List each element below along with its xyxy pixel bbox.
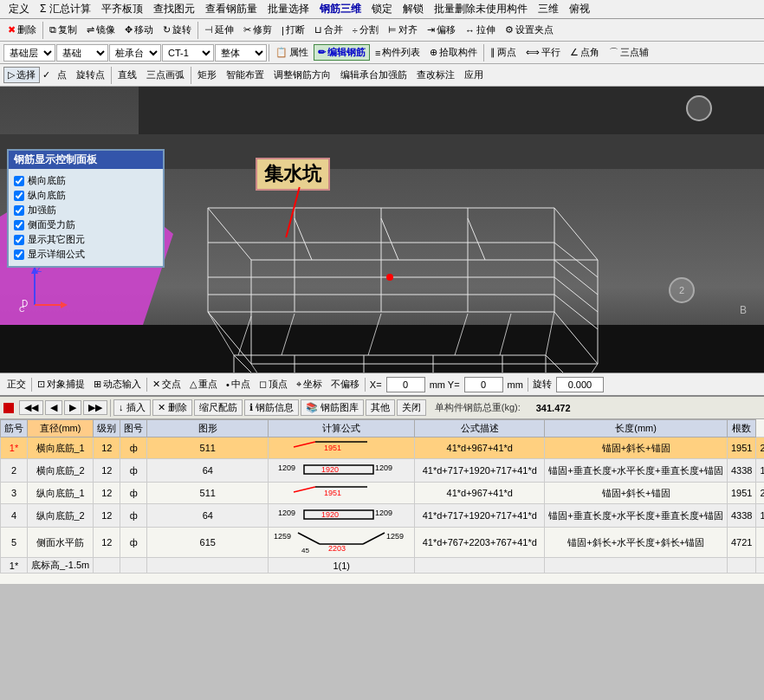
btn-offset[interactable]: ⇥ 偏移 xyxy=(423,22,460,38)
menu-find-element[interactable]: 查找图元 xyxy=(148,1,200,17)
btn-delete[interactable]: ✖ 删除 xyxy=(3,22,41,38)
btn-copy[interactable]: ⧉ 复制 xyxy=(45,22,81,38)
btn-three-point[interactable]: ⌒ 三点辅 xyxy=(605,44,653,61)
cell-count: 22 xyxy=(756,483,764,504)
menu-lock[interactable]: 锁定 xyxy=(366,1,398,17)
btn-component-list[interactable]: ≡ 构件列表 xyxy=(371,44,424,61)
menu-define[interactable]: 定义 xyxy=(3,1,35,17)
btn-point[interactable]: 点 xyxy=(53,67,71,83)
btn-smart-layout[interactable]: 智能布置 xyxy=(222,67,269,83)
floor-combo[interactable]: 基础层 xyxy=(3,44,55,62)
btn-set-grip[interactable]: ⚙ 设置夹点 xyxy=(501,22,558,38)
btn-arc[interactable]: 三点画弧 xyxy=(142,67,189,83)
btn-split[interactable]: ÷ 分割 xyxy=(348,22,383,38)
btn-rect[interactable]: 矩形 xyxy=(193,67,221,83)
label-jishui: 集水坑 xyxy=(256,158,330,191)
viewport-3d[interactable]: 集水坑 xyxy=(0,87,764,373)
table-row[interactable]: 3 纵向底筋_1 12 ф 511 1951 41*d+967+41*d 锚固+… xyxy=(1,483,765,504)
btn-close-panel[interactable]: 关闭 xyxy=(397,399,426,416)
btn-break[interactable]: | 打断 xyxy=(277,22,309,38)
svg-line-17 xyxy=(554,277,598,312)
cell-diam: 12 xyxy=(94,528,120,558)
btn-trim[interactable]: ✂ 修剪 xyxy=(239,22,276,38)
btn-mirror[interactable]: ⇌ 镜像 xyxy=(82,22,120,38)
table-row[interactable]: 2 横向底筋_2 12 ф 64 1209 1920 1209 41*d+717… xyxy=(1,459,765,483)
btn-nav-next[interactable]: ▶ xyxy=(64,400,81,415)
menu-top-view[interactable]: 俯视 xyxy=(564,1,595,17)
checkbox-side-rebar[interactable]: 侧面受力筋 xyxy=(14,218,158,231)
btn-point-angle[interactable]: ∠ 点角 xyxy=(566,44,604,61)
mode-combo[interactable]: 整体 xyxy=(215,44,267,62)
btn-intersection[interactable]: ✕ 交点 xyxy=(149,376,185,392)
menu-batch-delete[interactable]: 批量删除未使用构件 xyxy=(429,1,533,17)
table-row[interactable]: 5 侧面水平筋 12 ф 615 1259 2203 1259 45 xyxy=(1,528,765,558)
btn-line[interactable]: 直线 xyxy=(113,67,141,83)
rotate-input[interactable] xyxy=(556,377,604,392)
btn-select[interactable]: ▷ 选择 xyxy=(3,67,40,83)
btn-scale-rebar[interactable]: 缩尺配筋 xyxy=(194,399,243,416)
btn-property[interactable]: 📋 属性 xyxy=(271,44,313,61)
btn-pick-component[interactable]: ⊕ 拾取构件 xyxy=(425,44,482,61)
table-row[interactable]: 4 纵向底筋_2 12 ф 64 1209 1920 1209 41*d+717… xyxy=(1,504,765,528)
cell-shape: 1209 1920 1209 xyxy=(269,459,415,483)
btn-no-offset[interactable]: 不偏移 xyxy=(327,376,363,392)
cell-name: 纵向底筋_2 xyxy=(28,504,94,528)
btn-rotate-point[interactable]: 旋转点 xyxy=(72,67,109,83)
btn-edit-rebar[interactable]: ✏ 编辑钢筋 xyxy=(314,44,370,61)
type-combo[interactable]: 桩承台 xyxy=(109,44,161,62)
checkbox-show-formula[interactable]: 显示详细公式 xyxy=(14,248,158,261)
btn-coord[interactable]: ⌖ 坐标 xyxy=(293,376,326,392)
cell-id: 1* xyxy=(1,438,28,459)
menu-view-rebar[interactable]: 查看钢筋量 xyxy=(200,1,262,17)
panel-close-btn[interactable] xyxy=(3,403,14,413)
btn-adjust-rebar-dir[interactable]: 调整钢筋方向 xyxy=(269,67,335,83)
checkbox-vertical-bottom[interactable]: 纵向底筋 xyxy=(14,189,158,202)
menu-batch-select[interactable]: 批量选择 xyxy=(262,1,314,17)
menu-align-top[interactable]: 平齐板顶 xyxy=(96,1,148,17)
btn-center[interactable]: • 中点 xyxy=(223,376,254,392)
checkbox-show-other[interactable]: 显示其它图元 xyxy=(14,233,158,246)
btn-object-snap[interactable]: ⊡ 对象捕提 xyxy=(34,376,88,392)
btn-rotate[interactable]: ↻ 旋转 xyxy=(159,22,196,38)
checkbox-horizontal-bottom[interactable]: 横向底筋 xyxy=(14,174,158,187)
menu-3d[interactable]: 三维 xyxy=(533,1,564,17)
table-row[interactable]: 1* 横向底筋_1 12 ф 511 1951 41*d+967+41*d 锚固… xyxy=(1,438,765,459)
checkbox-stirrup[interactable]: 加强筋 xyxy=(14,204,158,217)
btn-two-point[interactable]: ∥ 两点 xyxy=(486,44,521,61)
x-input[interactable] xyxy=(386,377,425,392)
cell-count: 11 xyxy=(756,504,764,528)
cell-id: 3 xyxy=(1,483,28,504)
btn-endpoint[interactable]: ◻ 顶点 xyxy=(256,376,291,392)
btn-extend[interactable]: ⊣ 延伸 xyxy=(200,22,238,38)
id-combo[interactable]: CT-1 xyxy=(162,44,214,62)
btn-dynamic-input[interactable]: ⊞ 动态输入 xyxy=(90,376,145,392)
menu-unlock[interactable]: 解锁 xyxy=(398,1,429,17)
btn-other[interactable]: 其他 xyxy=(366,399,395,416)
menu-rebar-3d[interactable]: 钢筋三维 xyxy=(314,1,366,17)
y-input[interactable] xyxy=(464,377,503,392)
btn-align[interactable]: ⊨ 对齐 xyxy=(384,22,422,38)
btn-midpoint2[interactable]: △ 重点 xyxy=(186,376,221,392)
btn-delete-row[interactable]: ✕ 删除 xyxy=(152,399,192,416)
btn-check-annotation[interactable]: 查改标注 xyxy=(412,67,459,83)
col-header-drawing: 图号 xyxy=(120,420,147,438)
btn-stretch[interactable]: ↔ 拉伸 xyxy=(461,22,500,38)
table-row[interactable]: 1* 底标高_-1.5m 1(1) xyxy=(1,558,765,574)
btn-rebar-lib[interactable]: 📚 钢筋图库 xyxy=(301,399,364,416)
menu-summary[interactable]: Σ 汇总计算 xyxy=(35,1,96,17)
btn-rebar-info[interactable]: ℹ 钢筋信息 xyxy=(244,399,299,416)
btn-ortho[interactable]: 正交 xyxy=(3,376,29,392)
btn-nav-prev[interactable]: ◀ xyxy=(45,400,62,415)
btn-insert[interactable]: ↓ 插入 xyxy=(113,399,151,416)
btn-nav-last[interactable]: ▶▶ xyxy=(83,400,107,415)
btn-move[interactable]: ✥ 移动 xyxy=(120,22,158,38)
layer-combo[interactable]: 基础 xyxy=(56,44,108,62)
cell-shape: 1951 xyxy=(269,438,415,459)
btn-nav-first[interactable]: ◀◀ xyxy=(19,400,43,415)
btn-edit-pilecap-rebar[interactable]: 编辑承台加强筋 xyxy=(336,67,411,83)
btn-merge[interactable]: ⊔ 合并 xyxy=(310,22,347,38)
btn-apply[interactable]: 应用 xyxy=(460,67,488,83)
svg-line-55 xyxy=(294,442,315,447)
rebar-table[interactable]: 筋号 直径(mm) 级别 图号 图形 计算公式 公式描述 长度(mm) 根数 1… xyxy=(0,419,764,584)
btn-parallel[interactable]: ⟺ 平行 xyxy=(521,44,565,61)
